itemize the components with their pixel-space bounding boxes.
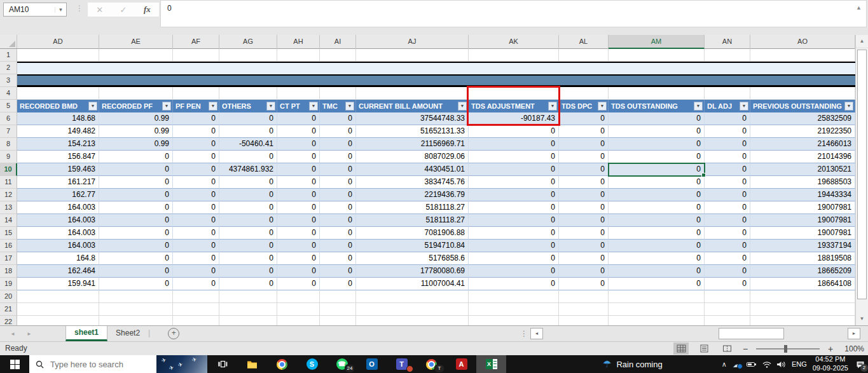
cell-AG8[interactable]: -50460.41 bbox=[219, 138, 277, 151]
cell-AL9[interactable]: 0 bbox=[559, 151, 609, 163]
cell-AF7[interactable]: 0 bbox=[173, 125, 219, 138]
cell-AN15[interactable]: 0 bbox=[705, 227, 750, 240]
cell-AO20[interactable] bbox=[750, 290, 855, 303]
cell-AD21[interactable] bbox=[17, 303, 99, 316]
chevron-up-icon[interactable]: ∧ bbox=[722, 360, 727, 369]
cell-AD17[interactable]: 164.8 bbox=[17, 252, 99, 265]
cell-AD20[interactable] bbox=[17, 290, 99, 303]
cell-AJ19[interactable]: 11007004.41 bbox=[356, 278, 469, 290]
table-header-AN[interactable]: DL ADJ▼ bbox=[705, 100, 750, 112]
cell-AJ9[interactable]: 8087029.06 bbox=[356, 151, 469, 163]
filter-dropdown-icon[interactable]: ▼ bbox=[266, 102, 275, 111]
cell-AM16[interactable]: 0 bbox=[609, 240, 705, 252]
row-header-9[interactable]: 9 bbox=[0, 151, 17, 163]
cell-AM7[interactable]: 0 bbox=[609, 125, 705, 138]
cell-AG10[interactable]: 4374861.932 bbox=[219, 163, 277, 176]
cell-AK17[interactable]: 0 bbox=[469, 252, 559, 265]
row-header-2[interactable]: 2 bbox=[0, 62, 17, 74]
row-header-4[interactable]: 4 bbox=[0, 87, 17, 100]
filter-dropdown-icon[interactable]: ▼ bbox=[844, 102, 853, 111]
cell-AH10[interactable]: 0 bbox=[277, 163, 320, 176]
clock[interactable]: 04:52 PM 09-09-2025 bbox=[813, 355, 848, 373]
cell-AE15[interactable]: 0 bbox=[99, 227, 173, 240]
cell-AI1[interactable] bbox=[320, 49, 356, 62]
cell-AH9[interactable]: 0 bbox=[277, 151, 320, 163]
cell-AD11[interactable]: 161.217 bbox=[17, 176, 99, 189]
row-header-20[interactable]: 20 bbox=[0, 290, 17, 303]
cell-AG21[interactable] bbox=[219, 303, 277, 316]
cell-AG20[interactable] bbox=[219, 290, 277, 303]
cell-AO22[interactable] bbox=[750, 316, 855, 325]
row-header-8[interactable]: 8 bbox=[0, 138, 17, 151]
cell-AM11[interactable]: 0 bbox=[609, 176, 705, 189]
cell-AL7[interactable]: 0 bbox=[559, 125, 609, 138]
cell-AF11[interactable]: 0 bbox=[173, 176, 219, 189]
row-header-3[interactable]: 3 bbox=[0, 74, 17, 87]
filter-dropdown-icon[interactable]: ▼ bbox=[309, 102, 318, 111]
formula-bar-collapse-icon[interactable]: ▲ bbox=[856, 4, 862, 11]
cell-AH6[interactable]: 0 bbox=[277, 112, 320, 125]
cell-AJ8[interactable]: 21156969.71 bbox=[356, 138, 469, 151]
cell-AL20[interactable] bbox=[559, 290, 609, 303]
table-header-AL[interactable]: TDS DPC▼ bbox=[559, 100, 609, 112]
table-header-AI[interactable]: TMC▼ bbox=[320, 100, 356, 112]
zoom-in-icon[interactable]: + bbox=[827, 344, 834, 354]
cell-AG22[interactable] bbox=[219, 316, 277, 325]
next-sheet-icon[interactable]: ► bbox=[27, 331, 32, 337]
search-input[interactable] bbox=[49, 359, 147, 370]
cell-AM8[interactable]: 0 bbox=[609, 138, 705, 151]
cell-AL17[interactable]: 0 bbox=[559, 252, 609, 265]
cell-AJ11[interactable]: 3834745.76 bbox=[356, 176, 469, 189]
cell-AO17[interactable]: 18819508 bbox=[750, 252, 855, 265]
chrome-profile-button[interactable]: T bbox=[417, 355, 446, 373]
cell-AG15[interactable]: 0 bbox=[219, 227, 277, 240]
excel-button[interactable]: X bbox=[476, 355, 506, 373]
cell-AN6[interactable]: 0 bbox=[705, 112, 750, 125]
cell-AO4[interactable] bbox=[750, 87, 855, 100]
cell-AH17[interactable]: 0 bbox=[277, 252, 320, 265]
cell-AI14[interactable]: 0 bbox=[320, 214, 356, 227]
cell-AL8[interactable]: 0 bbox=[559, 138, 609, 151]
cell-AF15[interactable]: 0 bbox=[173, 227, 219, 240]
whatsapp-button[interactable]: ☎ 24 bbox=[327, 355, 357, 373]
table-header-AM[interactable]: TDS OUTSTANDING▼ bbox=[609, 100, 705, 112]
cell-AH14[interactable]: 0 bbox=[277, 214, 320, 227]
table-header-AK[interactable]: TDS ADJUSTMENT▼ bbox=[469, 100, 559, 112]
tab-bar-resize-handle[interactable]: ⋮ bbox=[520, 327, 528, 341]
cell-AD4[interactable] bbox=[17, 87, 99, 100]
file-explorer-button[interactable] bbox=[237, 355, 267, 373]
language-indicator[interactable]: ENG bbox=[792, 360, 807, 368]
cell-AG19[interactable]: 0 bbox=[219, 278, 277, 290]
volume-icon[interactable] bbox=[777, 361, 786, 368]
cell-AJ14[interactable]: 5181118.27 bbox=[356, 214, 469, 227]
cell-AN4[interactable] bbox=[705, 87, 750, 100]
cell-AN14[interactable]: 0 bbox=[705, 214, 750, 227]
teams-button[interactable]: T bbox=[387, 355, 417, 373]
cell-AI22[interactable] bbox=[320, 316, 356, 325]
cell-AI7[interactable]: 0 bbox=[320, 125, 356, 138]
cell-AH1[interactable] bbox=[277, 49, 320, 62]
column-header-AL[interactable]: AL bbox=[559, 35, 609, 49]
cell-AO9[interactable]: 21014396 bbox=[750, 151, 855, 163]
cell-AG7[interactable]: 0 bbox=[219, 125, 277, 138]
cell-AK10[interactable]: 0 bbox=[469, 163, 559, 176]
action-center-button[interactable]: 2 bbox=[854, 355, 867, 373]
row-header-18[interactable]: 18 bbox=[0, 265, 17, 278]
row-header-7[interactable]: 7 bbox=[0, 125, 17, 138]
cell-AD8[interactable]: 154.213 bbox=[17, 138, 99, 151]
filter-dropdown-icon[interactable]: ▼ bbox=[88, 102, 97, 111]
cell-AD19[interactable]: 159.941 bbox=[17, 278, 99, 290]
row-header-6[interactable]: 6 bbox=[0, 112, 17, 125]
table-header-AG[interactable]: OTHERS▼ bbox=[219, 100, 277, 112]
prev-sheet-icon[interactable]: ◄ bbox=[10, 331, 15, 337]
cell-AL19[interactable]: 0 bbox=[559, 278, 609, 290]
cell-AM13[interactable]: 0 bbox=[609, 201, 705, 214]
cell-AH21[interactable] bbox=[277, 303, 320, 316]
cell-AD6[interactable]: 148.68 bbox=[17, 112, 99, 125]
cell-AJ12[interactable]: 2219436.79 bbox=[356, 189, 469, 201]
cell-AK8[interactable]: 0 bbox=[469, 138, 559, 151]
cancel-entry-icon[interactable]: ✕ bbox=[96, 5, 103, 15]
cell-AE13[interactable]: 0 bbox=[99, 201, 173, 214]
cell-AJ16[interactable]: 5194710.84 bbox=[356, 240, 469, 252]
cell-AK21[interactable] bbox=[469, 303, 559, 316]
